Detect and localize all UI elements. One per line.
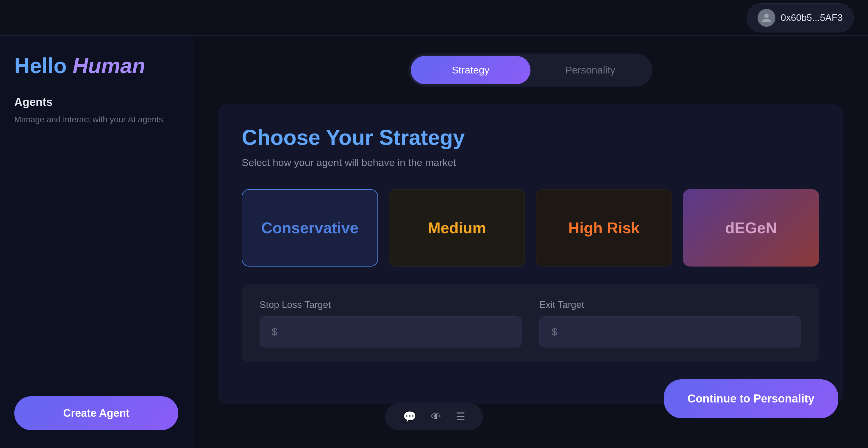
- page-subtitle: Select how your agent will behave in the…: [242, 157, 819, 168]
- tab-personality[interactable]: Personality: [530, 56, 650, 84]
- sidebar-section-title: Agents: [14, 96, 178, 108]
- tab-switcher: Strategy Personality: [408, 54, 652, 87]
- user-address: 0x60b5...5AF3: [781, 12, 843, 23]
- option-medium-label: Medium: [428, 219, 486, 237]
- greeting-hello: Hello: [14, 54, 73, 77]
- sidebar-section-desc: Manage and interact with your AI agents: [14, 113, 178, 126]
- strategy-options: Conservative Medium High Risk dEGeN: [242, 189, 819, 266]
- strategy-card: Choose Your Strategy Select how your age…: [218, 104, 843, 404]
- exit-target-input[interactable]: $: [539, 316, 801, 348]
- option-degen-label: dEGeN: [725, 219, 777, 237]
- stop-loss-group: Stop Loss Target $: [259, 299, 522, 348]
- exit-target-group: Exit Target $: [539, 299, 801, 348]
- sidebar: Hello Human Agents Manage and interact w…: [0, 36, 193, 448]
- stop-loss-dollar: $: [272, 326, 277, 338]
- option-high-risk[interactable]: High Risk: [536, 189, 672, 266]
- content-area: Strategy Personality Choose Your Strateg…: [193, 36, 868, 448]
- continue-button[interactable]: Continue to Personality: [664, 379, 838, 418]
- target-row: Stop Loss Target $ Exit Target $: [242, 284, 819, 362]
- user-badge[interactable]: 0x60b5...5AF3: [747, 3, 854, 32]
- option-medium[interactable]: Medium: [389, 189, 525, 266]
- greeting-human: Human: [73, 54, 145, 77]
- stop-loss-label: Stop Loss Target: [259, 299, 522, 310]
- create-agent-button[interactable]: Create Agent: [14, 396, 178, 430]
- option-conservative-label: Conservative: [261, 219, 359, 237]
- avatar: [757, 9, 775, 27]
- stop-loss-input[interactable]: $: [259, 316, 522, 348]
- option-high-risk-label: High Risk: [568, 219, 640, 237]
- page-title: Choose Your Strategy: [242, 125, 819, 150]
- eye-icon[interactable]: 👁: [431, 411, 441, 423]
- bottom-bar: 💬 👁 ☰: [385, 404, 483, 430]
- option-conservative[interactable]: Conservative: [242, 189, 378, 266]
- tab-strategy[interactable]: Strategy: [411, 56, 530, 84]
- main-layout: Hello Human Agents Manage and interact w…: [0, 36, 868, 448]
- chat-icon[interactable]: 💬: [403, 411, 416, 423]
- menu-icon[interactable]: ☰: [456, 411, 465, 423]
- greeting: Hello Human: [14, 54, 178, 78]
- option-degen[interactable]: dEGeN: [683, 189, 819, 266]
- exit-target-label: Exit Target: [539, 299, 801, 310]
- exit-target-dollar: $: [552, 326, 557, 338]
- top-bar: 0x60b5...5AF3: [0, 0, 868, 36]
